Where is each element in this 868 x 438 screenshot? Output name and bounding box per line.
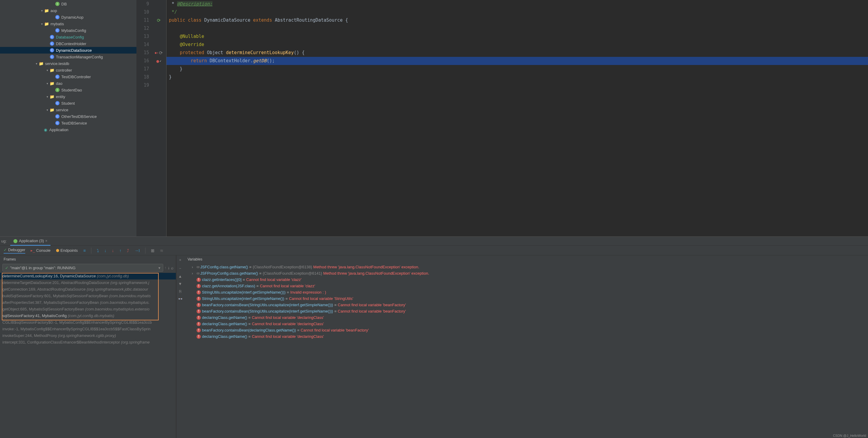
console-tab[interactable]: ▸_Console (31, 248, 51, 253)
tree-item[interactable]: ▾📁controller (0, 67, 136, 74)
frames-panel: Frames ✓ "main"@1 in group "main": RUNNI… (0, 255, 176, 438)
chevron-icon[interactable]: ▾ (45, 82, 49, 85)
variable-row[interactable]: ›oo JSFProxyConfig.class.getName() = {Cl… (184, 270, 868, 276)
trace-icon[interactable]: ≋ (160, 248, 163, 253)
chevron-icon[interactable]: ▾ (34, 62, 38, 65)
debugger-tab[interactable]: ✓Debugger (4, 247, 25, 254)
tree-item[interactable]: CTransactionManagerConfig (0, 54, 136, 60)
tree-item[interactable]: CTestDBService (0, 120, 136, 126)
run-to-cursor-icon[interactable]: →I (134, 248, 140, 253)
variable-row[interactable]: ! clazz.getAnnotation(JSF.class) = Canno… (184, 283, 868, 289)
step-over-icon[interactable]: ⤵ (97, 248, 99, 253)
tree-label: TestDBController (61, 75, 91, 79)
override-icon[interactable]: ●↑ (155, 51, 158, 54)
tree-item[interactable]: IStudentDao (0, 87, 136, 93)
code-line[interactable]: return DBContextHolder.getDB(); (166, 57, 868, 65)
force-step-into-icon[interactable]: ↓ (112, 248, 114, 253)
chevron-icon[interactable]: ▾ (40, 9, 44, 12)
project-tree[interactable]: IDB▾📁aopCDynamicAop▾📁mybatisCMybatisConf… (0, 0, 136, 236)
code-line[interactable]: } (166, 73, 868, 81)
breakpoint-icon[interactable]: ● (156, 58, 159, 64)
editor[interactable]: 910111213141516171819 ⟳●↑⟳●✓ * @Descript… (136, 0, 868, 236)
chevron-icon[interactable]: ▾ (40, 22, 44, 26)
code-line[interactable] (166, 81, 868, 89)
variable-row[interactable]: ! beanFactory.containsBean(StringUtils.u… (184, 302, 868, 308)
code-line[interactable]: public class DynamicDataSource extends A… (166, 16, 868, 24)
debug-run-tab[interactable]: ⬤ Application (3) × (10, 237, 51, 246)
prev-frame-icon[interactable]: ↑ (164, 265, 166, 270)
error-icon: ! (196, 278, 201, 282)
variable-row[interactable]: ! declaringClass.getName() = Cannot find… (184, 314, 868, 321)
stack-frame[interactable]: sqlSessionFactory:41, MybatisConfig (com… (0, 313, 176, 319)
variable-row[interactable]: ! beanFactory.containsBean(StringUtils.u… (184, 308, 868, 314)
frames-list[interactable]: determineCurrentLookupKey:16, DynamicDat… (0, 273, 176, 438)
variable-row[interactable]: ! beanFactory.containsBean(declaringClas… (184, 327, 868, 333)
down-icon[interactable]: ▼ (178, 282, 182, 286)
tree-item[interactable]: CStudent (0, 100, 136, 107)
stack-frame[interactable]: determineCurrentLookupKey:16, DynamicDat… (0, 273, 176, 280)
stack-frame[interactable]: intercept:331, ConfigurationClassEnhance… (0, 339, 176, 346)
tree-item[interactable]: ▾📁mybatis (0, 21, 136, 27)
stack-frame[interactable]: invokeSuper:244, MethodProxy (org.spring… (0, 332, 176, 339)
code-line[interactable]: protected Object determineCurrentLookupK… (166, 49, 868, 57)
chevron-icon[interactable]: ▾ (45, 68, 49, 72)
tree-item[interactable]: CMybatisConfig (0, 27, 136, 34)
tree-item[interactable]: CTestDBController (0, 74, 136, 80)
variable-row[interactable]: ! StringUtils.uncapitalize(interf.getSim… (184, 289, 868, 295)
variable-row[interactable]: ! StringUtils.uncapitalize(interf.getSim… (184, 295, 868, 302)
filter-icon[interactable]: ⌕ (171, 265, 174, 270)
variable-row[interactable]: ! declaringClass.getName() = Cannot find… (184, 321, 868, 327)
tree-item[interactable]: ▾📁dao (0, 80, 136, 87)
copy-icon[interactable]: ⎘ (179, 289, 182, 294)
stack-frame[interactable]: getObject:685, MybatisSqlSessionFactoryB… (0, 306, 176, 313)
code-line[interactable]: * @Description: (166, 0, 868, 8)
tree-item[interactable]: CDatabaseConfig (0, 34, 136, 40)
chevron-icon[interactable]: ▾ (45, 108, 49, 112)
variables-list[interactable]: ›oo JSFConfig.class.getName() = {ClassNo… (184, 263, 868, 438)
variable-row[interactable]: ! declaringClass.getName() = Cannot find… (184, 333, 868, 340)
tree-item[interactable]: CDynamicAop (0, 14, 136, 21)
tree-item[interactable]: IDB (0, 1, 136, 7)
code-line[interactable]: } (166, 65, 868, 73)
up-icon[interactable]: ▲ (178, 274, 182, 279)
code-line[interactable] (166, 24, 868, 32)
tree-label: MybatisConfig (61, 28, 86, 33)
folder-icon: 📁 (49, 81, 55, 86)
add-icon[interactable]: ＋ (178, 257, 182, 263)
stack-frame[interactable]: getConnection:169, AbstractRoutingDataSo… (0, 286, 176, 293)
glasses-icon[interactable]: 👓 (178, 297, 183, 301)
variable-row[interactable]: ›oo JSFConfig.class.getName() = {ClassNo… (184, 264, 868, 270)
next-frame-icon[interactable]: ↓ (168, 265, 170, 270)
code-line[interactable]: @Override (166, 40, 868, 49)
tree-item[interactable]: CDynamicDataSource (0, 47, 136, 54)
gutter-icons[interactable]: ⟳●↑⟳●✓ (152, 0, 166, 236)
thread-selector[interactable]: ✓ "main"@1 in group "main": RUNNING ▾ (2, 264, 163, 272)
endpoints-tab[interactable]: ⬢Endpoints (56, 248, 78, 253)
tree-item[interactable]: ◉Application (0, 126, 136, 133)
stack-frame[interactable]: invoke:-1, MybatisConfig$$EnhancerBySpri… (0, 326, 176, 332)
stack-frame[interactable]: determineTargetDataSource:201, AbstractR… (0, 280, 176, 286)
close-icon[interactable]: × (45, 238, 48, 243)
drop-frame-icon[interactable]: ⤴ (127, 248, 129, 253)
evaluate-icon[interactable]: ⊞ (151, 248, 154, 253)
tree-item[interactable]: ▾📁service.testdb (0, 60, 136, 67)
threads-icon[interactable]: ≡ (83, 248, 86, 253)
code-area[interactable]: * @Description: */public class DynamicDa… (166, 0, 868, 236)
variable-row[interactable]: ! clazz.getInterfaces()[0] = Cannot find… (184, 276, 868, 283)
tree-item[interactable]: COtherTestDBService (0, 113, 136, 120)
stack-frame[interactable]: CGLIB$sqlSessionFactory$0:-1, MybatisCon… (0, 319, 176, 326)
tree-item[interactable]: ▾📁service (0, 107, 136, 113)
tree-item[interactable]: ▾📁aop (0, 7, 136, 14)
step-out-icon[interactable]: ↑ (119, 248, 121, 253)
line-numbers: 910111213141516171819 (136, 0, 152, 236)
tree-item[interactable]: ▾📁entity (0, 93, 136, 100)
impl-icon[interactable]: ⟳ (157, 18, 161, 23)
tree-item[interactable]: CDBContextHolder (0, 40, 136, 47)
code-line[interactable]: @Nullable (166, 32, 868, 40)
chevron-icon[interactable]: ▾ (45, 95, 49, 98)
stack-frame[interactable]: afterPropertiesSet:387, MybatisSqlSessio… (0, 299, 176, 306)
stack-frame[interactable]: buildSqlSessionFactory:601, MybatisSqlSe… (0, 293, 176, 299)
step-into-icon[interactable]: ↓ (104, 248, 106, 253)
code-line[interactable]: */ (166, 8, 868, 16)
remove-icon[interactable]: － (178, 266, 182, 271)
